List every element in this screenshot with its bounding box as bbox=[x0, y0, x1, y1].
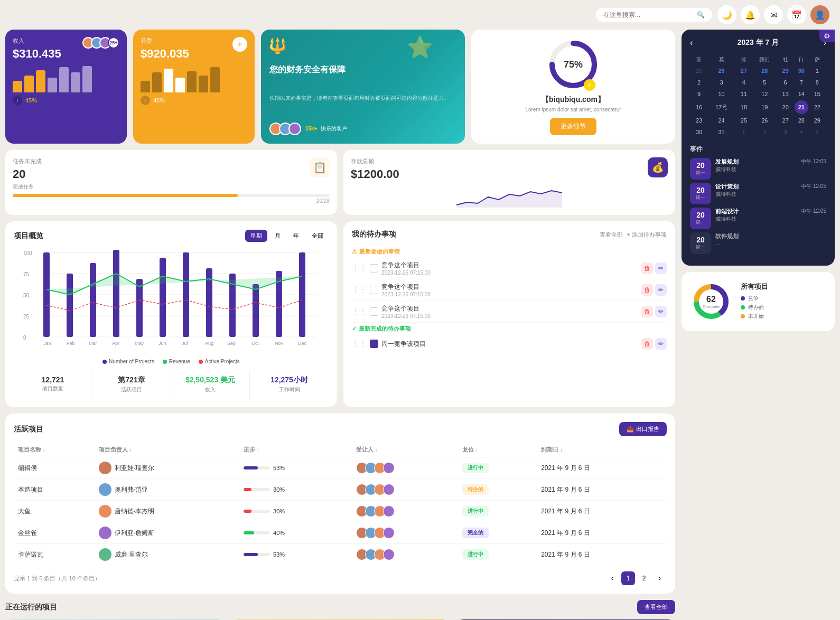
svg-text:Jul: Jul bbox=[182, 341, 188, 346]
event-company: ... bbox=[715, 240, 796, 246]
edit-button[interactable]: ✏ bbox=[655, 284, 667, 296]
col-name[interactable]: 项目名称 ↕ bbox=[14, 443, 95, 457]
detail-button[interactable]: 更多细节 bbox=[550, 118, 596, 135]
cal-day[interactable]: 3 bbox=[708, 77, 735, 88]
tab-all[interactable]: 全部 bbox=[306, 230, 329, 242]
page-1-button[interactable]: 1 bbox=[621, 571, 635, 585]
delete-button[interactable]: 🗑 bbox=[641, 262, 653, 274]
cal-day[interactable]: 29 bbox=[809, 115, 825, 126]
cal-day[interactable]: 28 bbox=[753, 65, 777, 76]
col-owner[interactable]: 项目负责人 ↕ bbox=[95, 443, 239, 457]
cal-day-today[interactable]: 21 bbox=[795, 100, 808, 114]
drag-handle-icon[interactable]: ⋮⋮ bbox=[352, 264, 367, 273]
cal-day[interactable]: 15 bbox=[809, 89, 825, 99]
cal-day[interactable]: 12 bbox=[753, 89, 777, 99]
sort-icon: ↕ bbox=[257, 447, 259, 453]
view-all-link[interactable]: 查看全部 bbox=[600, 231, 623, 239]
col-assignee[interactable]: 受让人 ↕ bbox=[352, 443, 458, 457]
edit-button[interactable]: ✏ bbox=[655, 306, 667, 317]
todo-checkbox[interactable] bbox=[370, 307, 378, 316]
cal-day[interactable]: 11 bbox=[736, 89, 752, 99]
cal-day[interactable]: 31 bbox=[708, 127, 735, 137]
cal-day[interactable]: 20 bbox=[778, 100, 794, 114]
cal-day[interactable]: 8 bbox=[809, 77, 825, 88]
cal-day[interactable]: 13 bbox=[778, 89, 794, 99]
notification-button[interactable]: 🔔 bbox=[741, 5, 760, 24]
cal-day[interactable]: 5 bbox=[809, 127, 825, 137]
tab-month[interactable]: 月 bbox=[269, 230, 286, 242]
cal-day[interactable]: 17号 bbox=[708, 100, 735, 114]
revenue-chart bbox=[13, 66, 119, 92]
search-input[interactable] bbox=[603, 11, 693, 18]
cal-day[interactable]: 23 bbox=[691, 115, 707, 126]
tab-week[interactable]: 星期 bbox=[245, 230, 267, 242]
cal-day[interactable]: 7 bbox=[795, 77, 808, 88]
col-progress[interactable]: 进步 ↕ bbox=[239, 443, 352, 457]
cal-day[interactable]: 5 bbox=[753, 77, 777, 88]
cal-day[interactable]: 25 bbox=[736, 115, 752, 126]
drag-handle-icon[interactable]: ⋮⋮ bbox=[352, 286, 367, 294]
export-button[interactable]: 📤 出口报告 bbox=[619, 422, 667, 436]
cal-day[interactable]: 10 bbox=[708, 89, 735, 99]
cal-day[interactable]: 1 bbox=[809, 65, 825, 76]
prev-page-button[interactable]: ‹ bbox=[605, 571, 619, 585]
cal-day[interactable]: 4 bbox=[736, 77, 752, 88]
cal-day[interactable]: 25 bbox=[691, 65, 707, 76]
col-due[interactable]: 到期日 ↕ bbox=[537, 443, 667, 457]
add-todo-link[interactable]: + 添加待办事项 bbox=[627, 231, 667, 239]
cal-day[interactable]: 22 bbox=[809, 100, 825, 114]
drag-handle-icon[interactable]: ⋮⋮ bbox=[352, 340, 367, 348]
user-avatar[interactable]: 👤 bbox=[810, 5, 829, 24]
svg-rect-13 bbox=[43, 252, 50, 337]
edit-button[interactable]: ✏ bbox=[655, 262, 667, 274]
cal-day-header: 社 bbox=[778, 55, 794, 64]
theme-toggle-button[interactable]: 🌙 bbox=[717, 5, 736, 24]
cal-day[interactable]: 26 bbox=[708, 65, 735, 76]
cal-day[interactable]: 26 bbox=[753, 115, 777, 126]
cal-day[interactable]: 1 bbox=[736, 127, 752, 137]
cal-day[interactable]: 3 bbox=[778, 127, 794, 137]
cal-day[interactable]: 29 bbox=[778, 65, 794, 76]
cal-day[interactable]: 2 bbox=[691, 77, 707, 88]
cal-day[interactable]: 9 bbox=[691, 89, 707, 99]
cal-day[interactable]: 27 bbox=[736, 65, 752, 76]
search-box[interactable]: 🔍 bbox=[596, 8, 712, 22]
prev-month-button[interactable]: ‹ bbox=[690, 38, 693, 48]
cal-day[interactable]: 27 bbox=[778, 115, 794, 126]
cal-day[interactable]: 30 bbox=[795, 65, 808, 76]
svg-text:25: 25 bbox=[23, 314, 30, 320]
cal-day[interactable]: 19 bbox=[753, 100, 777, 114]
assignee-cell bbox=[352, 522, 458, 544]
cal-day[interactable]: 14 bbox=[795, 89, 808, 99]
drag-handle-icon[interactable]: ⋮⋮ bbox=[352, 307, 367, 316]
cal-day[interactable]: 28 bbox=[795, 115, 808, 126]
stat-hours: 12,275小时 工作时间 bbox=[250, 370, 329, 399]
calendar-settings-icon[interactable]: ⚙ bbox=[819, 30, 835, 42]
delete-button[interactable]: 🗑 bbox=[641, 338, 653, 350]
cal-day[interactable]: 2 bbox=[753, 127, 777, 137]
cal-day[interactable]: 16 bbox=[691, 100, 707, 114]
bar bbox=[13, 81, 22, 92]
cal-day[interactable]: 24 bbox=[708, 115, 735, 126]
progress-cell: 30% bbox=[239, 479, 352, 501]
cal-day[interactable]: 4 bbox=[795, 127, 808, 137]
calendar-button[interactable]: 📅 bbox=[787, 5, 806, 24]
todo-checkbox[interactable] bbox=[370, 340, 378, 348]
todo-checkbox[interactable] bbox=[370, 286, 378, 294]
todo-checkbox[interactable] bbox=[370, 264, 378, 273]
cal-day[interactable]: 30 bbox=[691, 127, 707, 137]
view-all-button[interactable]: 查看全部 bbox=[637, 600, 675, 614]
tab-year[interactable]: 年 bbox=[288, 230, 304, 242]
delete-button[interactable]: 🗑 bbox=[641, 284, 653, 296]
cal-day[interactable]: 6 bbox=[778, 77, 794, 88]
page-2-button[interactable]: 2 bbox=[637, 571, 651, 585]
assignee-cell bbox=[352, 479, 458, 501]
cal-day[interactable]: 18 bbox=[736, 100, 752, 114]
next-page-button[interactable]: › bbox=[653, 571, 667, 585]
col-status[interactable]: 龙位 ↕ bbox=[458, 443, 537, 457]
bar bbox=[24, 76, 34, 92]
status-badge: 进行中 bbox=[462, 463, 489, 473]
edit-button[interactable]: ✏ bbox=[655, 338, 667, 350]
mail-button[interactable]: ✉ bbox=[764, 5, 783, 24]
delete-button[interactable]: 🗑 bbox=[641, 306, 653, 317]
